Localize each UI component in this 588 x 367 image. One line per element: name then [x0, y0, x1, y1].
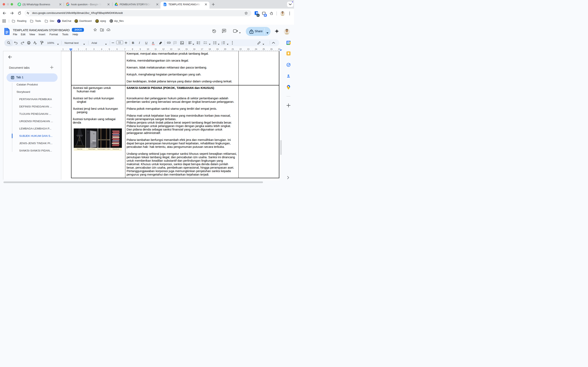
- svg-text:Pidana Kurungan (< 1 tahun): Pidana Kurungan (< 1 tahun): [97, 149, 111, 150]
- svg-text:31: 31: [287, 42, 290, 44]
- svg-text:Pidana Mati: Pidana Mati: [77, 149, 82, 150]
- svg-text:Pidana Penjara: Pidana Penjara: [88, 149, 95, 150]
- svg-text:Pidana Denda: Pidana Denda: [113, 149, 119, 150]
- svg-text:3: 3: [222, 43, 222, 45]
